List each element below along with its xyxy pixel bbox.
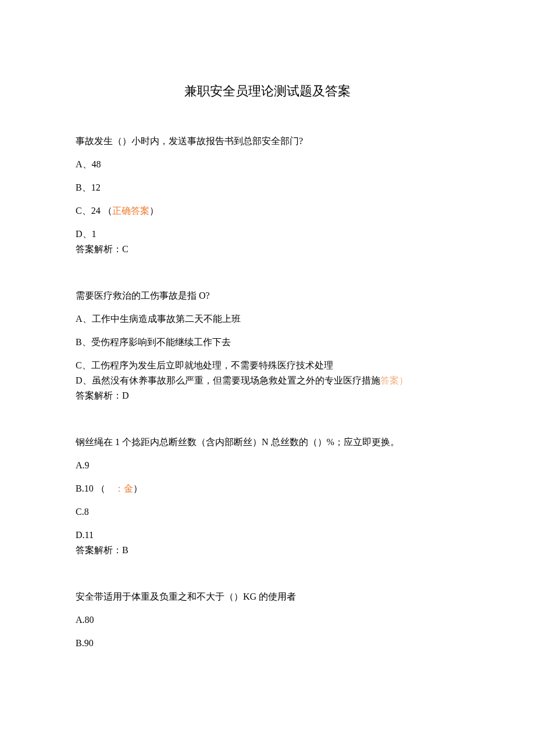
q3-explain: 答案解析：B <box>76 543 459 557</box>
question-3: 钢丝绳在 1 个捻距内总断丝数（含内部断丝）N 总丝数的（）%；应立即更换。 A… <box>76 435 459 557</box>
q1-c-paren-close: ） <box>149 206 159 216</box>
question-2: 需要医疗救治的工伤事故是指 O? A、工作中生病造成事故第二天不能上班 B、受伤… <box>76 289 459 403</box>
q3-b-mid: ：金 <box>115 483 133 493</box>
q3-text: 钢丝绳在 1 个捻距内总断丝数（含内部断丝）N 总丝数的（）%；应立即更换。 <box>76 435 459 449</box>
q4-text: 安全带适用于体重及负重之和不大于（）KG 的使用者 <box>76 590 459 604</box>
q1-c-answer-label: 正确答案 <box>112 206 149 216</box>
q3-option-a: A.9 <box>76 458 459 472</box>
q3-b-paren-open: （ <box>96 483 105 493</box>
q1-option-a: A、48 <box>76 157 459 171</box>
document-title: 兼职安全员理论测试题及答案 <box>76 81 459 101</box>
q1-text: 事故发生（）小时内，发送事故报告书到总部安全部门? <box>76 134 459 148</box>
q3-b-paren-close: ） <box>133 483 142 493</box>
q2-text: 需要医疗救治的工伤事故是指 O? <box>76 289 459 303</box>
q1-option-d: D、1 <box>76 227 459 241</box>
q3-option-c: C.8 <box>76 505 459 519</box>
q4-option-a: A.80 <box>76 613 459 627</box>
page: 兼职安全员理论测试题及答案 事故发生（）小时内，发送事故报告书到总部安全部门? … <box>0 0 535 741</box>
q1-option-c: C、24 （正确答案） <box>76 204 459 218</box>
q2-option-d: D、虽然没有休养事故那么严重，但需要现场急救处置之外的专业医疗措施答案） <box>76 374 459 388</box>
q3-b-prefix: B.10 <box>76 483 94 493</box>
question-1: 事故发生（）小时内，发送事故报告书到总部安全部门? A、48 B、12 C、24… <box>76 134 459 256</box>
q1-explain: 答案解析：C <box>76 242 459 256</box>
q1-c-paren-open: （ <box>103 206 112 216</box>
question-4: 安全带适用于体重及负重之和不大于（）KG 的使用者 A.80 B.90 <box>76 590 459 650</box>
q1-c-prefix: C、24 <box>76 206 101 216</box>
q2-d-answer-label: 答案） <box>380 375 408 385</box>
q3-option-b: B.10 （ ：金） <box>76 482 459 496</box>
q2-option-b: B、受伤程序影响到不能继续工作下去 <box>76 335 459 349</box>
q2-option-a: A、工作中生病造成事故第二天不能上班 <box>76 312 459 326</box>
q3-option-d: D.11 <box>76 528 459 542</box>
q4-option-b: B.90 <box>76 636 459 650</box>
q2-option-c: C、工伤程序为发生后立即就地处理，不需要特殊医疗技术处理 <box>76 359 459 372</box>
q2-explain: 答案解析：D <box>76 389 459 403</box>
q1-option-b: B、12 <box>76 181 459 195</box>
q2-d-main: D、虽然没有休养事故那么严重，但需要现场急救处置之外的专业医疗措施 <box>76 375 380 385</box>
